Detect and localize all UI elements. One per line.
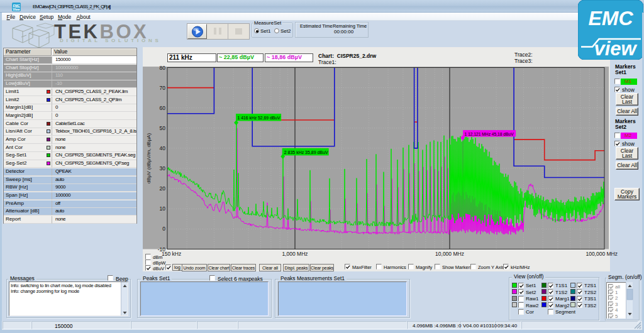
svg-text:50: 50	[160, 125, 166, 131]
svg-text:view: view	[13, 8, 21, 11]
svg-text:10: 10	[160, 205, 166, 212]
svg-text:1 416 kHz 52,69 dBuV: 1 416 kHz 52,69 dBuV	[238, 115, 281, 121]
svg-text:70: 70	[160, 85, 166, 91]
svg-text:80: 80	[160, 65, 166, 71]
svg-text:0: 0	[162, 226, 165, 232]
svg-text:30: 30	[160, 165, 166, 172]
svg-text:10,000 MHz: 10,000 MHz	[435, 251, 464, 257]
svg-text:1,000 MHz: 1,000 MHz	[282, 251, 308, 257]
svg-text:2 835 kHz 35,89 dBuV: 2 835 kHz 35,89 dBuV	[284, 150, 329, 155]
svg-text:EMC: EMC	[13, 4, 20, 8]
svg-text:20: 20	[160, 185, 166, 192]
svg-text:1 12,121 MHz 45,18 dBuV: 1 12,121 MHz 45,18 dBuV	[465, 131, 514, 137]
svg-text:150 kHz: 150 kHz	[162, 251, 181, 257]
svg-text:40: 40	[160, 145, 166, 151]
svg-text:EMC: EMC	[588, 7, 633, 30]
svg-text:100,000 MHz: 100,000 MHz	[586, 251, 618, 257]
svg-text:view: view	[594, 38, 637, 60]
svg-text:dBµV (dBµV/m, dBµA): dBµV (dBµV/m, dBµA)	[146, 133, 152, 183]
svg-text:60: 60	[160, 105, 166, 111]
